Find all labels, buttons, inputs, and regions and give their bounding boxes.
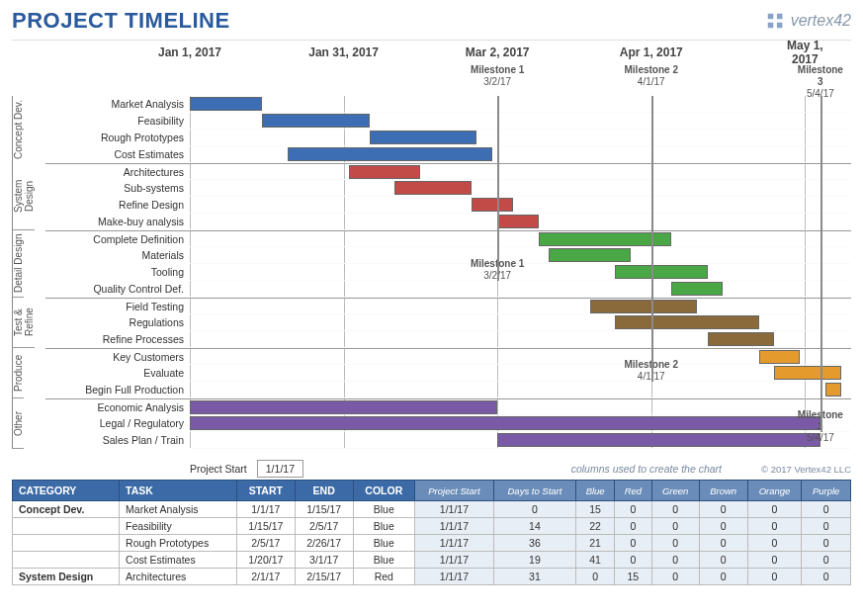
table-subcell[interactable]: 0 — [747, 552, 802, 569]
table-subcell[interactable]: 31 — [493, 569, 575, 585]
milestone-line — [820, 96, 822, 432]
table-cell[interactable]: 2/5/17 — [295, 518, 353, 535]
task-label: Materials — [45, 247, 190, 264]
task-label: Legal / Regulatory — [45, 415, 190, 432]
bar-row — [190, 415, 851, 432]
table-cell[interactable]: Blue — [353, 518, 414, 535]
table-subcell[interactable]: 21 — [576, 535, 615, 552]
table-subcell[interactable]: 15 — [576, 501, 615, 518]
table-cell[interactable] — [13, 518, 120, 535]
table-cell[interactable]: 2/26/17 — [295, 535, 353, 552]
table-cell[interactable]: Feasibility — [120, 518, 237, 535]
bar-row — [190, 281, 851, 298]
table-row: Feasibility1/15/172/5/17Blue1/1/17142200… — [13, 518, 851, 535]
bar-row — [190, 298, 851, 314]
table-subcell[interactable]: 0 — [747, 569, 802, 585]
task-label: Begin Full Production — [45, 382, 190, 398]
gantt-bar — [190, 400, 497, 414]
table-subcell[interactable]: 1/1/17 — [414, 569, 493, 585]
table-cell[interactable] — [13, 552, 120, 569]
table-subcell[interactable]: 1/1/17 — [414, 552, 493, 569]
milestone-header: Milestone 13/2/17Milestone 24/1/17Milest… — [190, 64, 851, 96]
table-subcell[interactable]: 0 — [615, 518, 651, 535]
table-cell[interactable]: 1/1/17 — [236, 501, 295, 518]
table-subcell[interactable]: 0 — [615, 535, 651, 552]
table-subcell[interactable]: 0 — [699, 501, 747, 518]
table-cell[interactable]: 2/15/17 — [295, 569, 353, 585]
table-cell[interactable] — [13, 535, 120, 552]
table-subcell[interactable]: 0 — [747, 501, 802, 518]
task-label: Make-buy analysis — [45, 214, 190, 230]
bar-row — [190, 314, 851, 331]
table-subcell[interactable]: 0 — [651, 569, 699, 585]
table-header: CATEGORY — [13, 481, 120, 501]
table-subcell[interactable]: 0 — [699, 552, 747, 569]
table-cell[interactable]: Blue — [353, 501, 414, 518]
table-subcell[interactable]: 0 — [651, 535, 699, 552]
bar-row — [190, 264, 851, 281]
task-label: Economic Analysis — [45, 398, 190, 415]
date-tick: Jan 1, 2017 — [158, 45, 221, 59]
table-cell[interactable]: 3/1/17 — [295, 552, 353, 569]
table-subcell[interactable]: 0 — [802, 569, 851, 585]
project-start-value[interactable]: 1/1/17 — [257, 460, 303, 478]
table-subheader: Purple — [802, 481, 851, 501]
table-subcell[interactable]: 0 — [699, 518, 747, 535]
table-cell[interactable]: Blue — [353, 535, 414, 552]
group-column: Concept Dev.System DesignDetail DesignTe… — [12, 96, 45, 449]
copyright: © 2017 Vertex42 LLC — [761, 464, 851, 475]
table-subcell[interactable]: 0 — [576, 569, 615, 585]
bar-row — [190, 331, 851, 348]
bar-row — [190, 432, 851, 449]
bar-row — [190, 398, 851, 415]
table-subcell[interactable]: 0 — [802, 552, 851, 569]
table-subcell[interactable]: 1/1/17 — [414, 535, 493, 552]
table-subcell[interactable]: 0 — [699, 569, 747, 585]
table-subcell[interactable]: 0 — [493, 501, 575, 518]
table-subcell[interactable]: 0 — [747, 535, 802, 552]
table-cell[interactable]: 1/15/17 — [236, 518, 295, 535]
table-subcell[interactable]: 1/1/17 — [414, 518, 493, 535]
table-cell[interactable]: Concept Dev. — [13, 501, 120, 518]
table-subcell[interactable]: 0 — [802, 535, 851, 552]
table-row: System DesignArchitectures2/1/172/15/17R… — [13, 569, 851, 585]
table-subcell[interactable]: 14 — [493, 518, 575, 535]
bar-row — [190, 247, 851, 264]
group-label: Produce — [12, 348, 24, 398]
project-start-label: Project Start — [190, 463, 247, 475]
table-subcell[interactable]: 0 — [615, 501, 651, 518]
table-subheader: Orange — [747, 481, 802, 501]
table-subcell[interactable]: 36 — [493, 535, 575, 552]
table-subheader: Days to Start — [493, 481, 575, 501]
table-subcell[interactable]: 0 — [651, 552, 699, 569]
table-cell[interactable]: System Design — [13, 569, 120, 585]
table-subcell[interactable]: 0 — [699, 535, 747, 552]
task-label: Regulations — [45, 314, 190, 331]
gantt-bar — [590, 300, 698, 313]
table-subcell[interactable]: 41 — [576, 552, 615, 569]
table-cell[interactable]: Rough Prototypes — [120, 535, 237, 552]
milestone-line — [497, 96, 499, 281]
table-subcell[interactable]: 0 — [615, 552, 651, 569]
table-cell[interactable]: Red — [353, 569, 414, 585]
table-cell[interactable]: 2/1/17 — [236, 569, 295, 585]
table-subcell[interactable]: 0 — [802, 501, 851, 518]
table-cell[interactable]: Market Analysis — [120, 501, 237, 518]
table-cell[interactable]: 1/15/17 — [295, 501, 353, 518]
table-cell[interactable]: 1/20/17 — [236, 552, 295, 569]
table-subcell[interactable]: 0 — [747, 518, 802, 535]
table-subcell[interactable]: 22 — [576, 518, 615, 535]
table-cell[interactable]: Architectures — [120, 569, 237, 585]
table-subcell[interactable]: 0 — [802, 518, 851, 535]
task-label: Refine Processes — [45, 331, 190, 348]
table-cell[interactable]: Blue — [353, 552, 414, 569]
table-subcell[interactable]: 19 — [493, 552, 575, 569]
task-label: Feasibility — [45, 113, 190, 130]
table-subcell[interactable]: 15 — [615, 569, 651, 585]
task-label: Key Customers — [45, 348, 190, 365]
table-subcell[interactable]: 0 — [651, 501, 699, 518]
table-cell[interactable]: Cost Estimates — [120, 552, 237, 569]
table-subcell[interactable]: 1/1/17 — [414, 501, 493, 518]
table-cell[interactable]: 2/5/17 — [236, 535, 295, 552]
table-subcell[interactable]: 0 — [651, 518, 699, 535]
